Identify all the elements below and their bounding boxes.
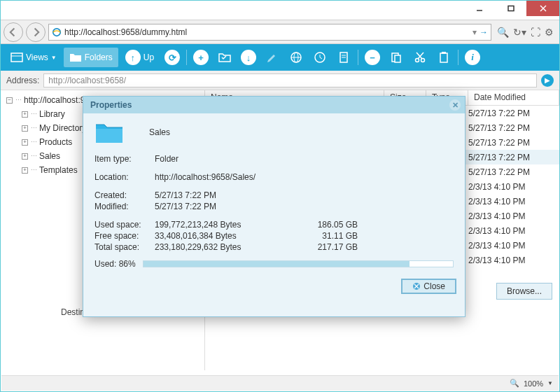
zoom-icon[interactable]: 🔍: [510, 379, 519, 388]
go-button[interactable]: ▶: [541, 74, 554, 87]
address-bar: Address: ▶: [1, 71, 559, 90]
separator: [358, 50, 358, 65]
total-gb: 217.17 GB: [288, 242, 358, 252]
itemtype-label: Item type:: [94, 154, 155, 164]
row-date: 2/3/13 4:10 PM: [468, 211, 556, 221]
globe-icon: [290, 51, 302, 64]
properties-dialog: Properties ✕ Sales Item type: Folder Loc…: [83, 96, 465, 317]
svg-rect-1: [508, 6, 514, 11]
folders-label: Folders: [85, 52, 113, 62]
up-button[interactable]: ↑ Up: [120, 48, 160, 67]
zoom-control-icon[interactable]: ⛶: [531, 27, 540, 38]
folder-name: Sales: [149, 127, 170, 137]
minimize-button[interactable]: [463, 1, 495, 16]
col-date[interactable]: Date Modified: [468, 90, 559, 105]
free-bytes: 33,408,016,384 Bytes: [155, 231, 288, 241]
edit-icon: [266, 51, 279, 64]
up-label: Up: [144, 52, 154, 62]
expand-icon[interactable]: +: [22, 111, 28, 118]
refresh-button[interactable]: ⟳: [161, 48, 183, 67]
maximize-button[interactable]: [495, 1, 526, 16]
svg-rect-5: [11, 53, 22, 62]
modified-value: 5/27/13 7:22 PM: [155, 202, 288, 211]
globe-button[interactable]: [285, 48, 307, 67]
svg-rect-19: [442, 52, 446, 54]
dialog-close-icon[interactable]: ✕: [449, 99, 461, 111]
refresh-icon[interactable]: ↻▾: [513, 27, 526, 38]
url-go-icon[interactable]: →: [479, 27, 488, 37]
delete-button[interactable]: −: [361, 48, 384, 67]
expand-icon[interactable]: +: [22, 125, 28, 132]
cut-button[interactable]: [409, 48, 431, 67]
expand-icon[interactable]: +: [22, 139, 28, 146]
search-icon[interactable]: 🔍: [497, 27, 509, 38]
dialog-titlebar[interactable]: Properties ✕: [83, 97, 465, 113]
browse-button[interactable]: Browse...: [496, 283, 552, 300]
location-label: Location:: [94, 172, 155, 182]
row-date: 5/27/13 7:22 PM: [468, 138, 556, 148]
total-label: Total space:: [94, 242, 155, 252]
destination-label: Destin: [61, 307, 85, 317]
collapse-icon[interactable]: −: [6, 97, 13, 104]
plus-icon: +: [193, 50, 209, 65]
views-label: Views: [26, 52, 48, 62]
created-label: Created:: [94, 190, 155, 200]
address-input[interactable]: [43, 74, 537, 88]
tree-connector: ⋯: [31, 167, 36, 174]
usage-bar: [143, 260, 454, 267]
used-bytes: 199,772,213,248 Bytes: [155, 220, 288, 230]
url-dropdown-icon[interactable]: ▾: [472, 27, 477, 37]
back-button[interactable]: [4, 22, 23, 42]
row-date: 2/3/13 4:10 PM: [468, 241, 556, 251]
ie-icon: [52, 27, 62, 37]
info-icon: i: [465, 50, 480, 65]
svg-rect-18: [440, 53, 447, 62]
forward-button[interactable]: [26, 22, 46, 42]
browser-navbar: ▾ → 🔍 ↻▾ ⛶ ⚙: [1, 20, 559, 44]
history-button[interactable]: [309, 48, 331, 67]
zoom-value: 100%: [524, 379, 543, 388]
url-input[interactable]: [64, 27, 470, 37]
row-date: 2/3/13 4:10 PM: [468, 182, 556, 192]
arrow-right-icon: ▶: [545, 76, 550, 84]
svg-rect-20: [96, 129, 122, 143]
separator: [186, 50, 187, 65]
clock-icon: [314, 51, 326, 64]
row-date: 5/27/13 7:22 PM: [468, 108, 556, 118]
window-close-button[interactable]: [526, 1, 559, 16]
used-gb: 186.05 GB: [288, 220, 358, 230]
url-bar[interactable]: ▾ →: [48, 24, 491, 41]
select-button[interactable]: [214, 48, 236, 67]
window-titlebar: [1, 1, 559, 20]
app-toolbar: Views ▼ Folders ↑ Up ⟳ + ↓ − i: [1, 44, 559, 71]
svg-rect-15: [395, 55, 400, 62]
clipboard-button[interactable]: [433, 48, 455, 67]
views-button[interactable]: Views ▼: [5, 48, 62, 67]
expand-icon[interactable]: +: [22, 153, 28, 160]
add-button[interactable]: +: [190, 48, 212, 67]
usage-bar-fill: [144, 261, 410, 267]
zoom-dropdown-icon[interactable]: ▼: [547, 380, 553, 386]
close-button[interactable]: Close: [401, 279, 456, 294]
tree-connector: ⋯: [31, 153, 36, 160]
svg-point-4: [53, 28, 61, 36]
tools-icon[interactable]: ⚙: [545, 27, 554, 38]
expand-icon[interactable]: +: [22, 167, 28, 174]
tree-label: Library: [39, 109, 65, 119]
free-gb: 31.11 GB: [288, 231, 358, 241]
copy-button[interactable]: [332, 48, 355, 67]
created-value: 5/27/13 7:22 PM: [155, 190, 288, 200]
edit-button[interactable]: [261, 48, 284, 67]
download-button[interactable]: ↓: [237, 48, 260, 67]
dialog-body: Sales Item type: Folder Location: http:/…: [83, 113, 465, 274]
paste-button[interactable]: [385, 48, 407, 67]
tree-connector: ⋯: [31, 139, 36, 146]
folders-button[interactable]: Folders: [64, 48, 118, 67]
total-bytes: 233,180,229,632 Bytes: [155, 242, 288, 252]
separator: [458, 50, 458, 65]
row-date: 2/3/13 4:10 PM: [468, 226, 556, 236]
folder-large-icon: [94, 120, 124, 144]
info-button[interactable]: i: [461, 48, 484, 67]
used-pct-label: Used: 86%: [94, 259, 136, 269]
tree-connector: ⋯: [31, 111, 36, 118]
